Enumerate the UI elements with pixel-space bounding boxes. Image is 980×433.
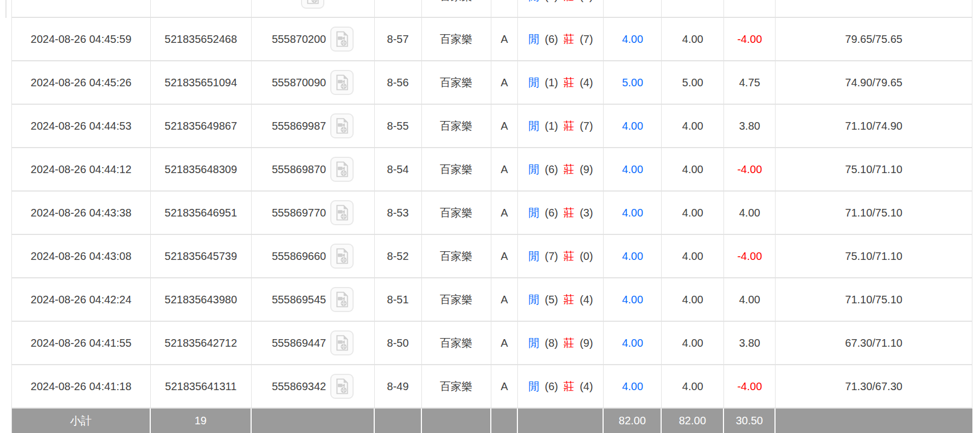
bet-id: 521835649867: [165, 120, 237, 132]
video-replay-button[interactable]: [330, 200, 354, 225]
player-score: (4): [544, 0, 558, 3]
bet-time-cell: 2024-08-26 04:41:18: [12, 365, 151, 407]
player-score: (1): [544, 120, 558, 132]
bet-history-page: 百家樂 閒(4) 莊(9) 2024-08-26 04:45:59 521835…: [0, 0, 980, 433]
bet-time: 2024-08-26 04:43:38: [31, 207, 132, 219]
bet-time: 2024-08-26 04:43:08: [31, 250, 132, 263]
game-result-cell: 閒(1) 莊(4): [518, 61, 604, 104]
bet-id: 521835642712: [165, 337, 237, 349]
table-body: 2024-08-26 04:45:59 521835652468 5558702…: [12, 18, 972, 409]
banker-score: (7): [579, 120, 593, 132]
balance-cell: 79.65/75.65: [776, 18, 972, 60]
bet-id-cell: 521835645739: [151, 235, 252, 277]
winloss-cell: 4.00: [724, 192, 776, 234]
winloss-value: -4.00: [737, 250, 762, 263]
bet-id-cell: 521835648309: [151, 148, 252, 190]
subtotal-label: 小計: [70, 413, 92, 428]
bet-id: 521835652468: [165, 33, 237, 46]
round-cell: 8-55: [375, 105, 422, 147]
table-letter-cell: [491, 0, 518, 17]
bet-time-cell: [12, 0, 151, 17]
game-id: 555869660: [272, 250, 326, 263]
game-name-cell: 百家樂: [422, 192, 491, 234]
round-cell: 8-53: [375, 192, 422, 234]
game-name-cell: 百家樂: [422, 278, 491, 321]
video-file-icon: [335, 248, 349, 264]
round-cell: 8-50: [375, 322, 422, 364]
bet-amount: 4.00: [622, 250, 643, 263]
banker-score: (9): [579, 163, 593, 176]
table-letter-cell: A: [491, 322, 518, 364]
banker-label: 莊: [563, 75, 575, 90]
bet-amount: 4.00: [622, 294, 643, 306]
bet-id: 521835646951: [165, 207, 237, 219]
winloss-cell: [724, 0, 776, 17]
game-id: 555870090: [272, 77, 326, 89]
outer-left-border: [5, 0, 7, 18]
table-letter-cell: A: [491, 105, 518, 147]
game-result-cell: 閒(1) 莊(7): [518, 105, 604, 147]
table-letter: A: [501, 120, 508, 132]
balance-cell: 71.10/75.10: [776, 192, 972, 234]
subtotal-bet-cell: 82.00: [604, 409, 662, 433]
banker-score: (4): [579, 380, 593, 393]
valid-amount: 4.00: [682, 163, 703, 176]
table-letter: A: [501, 33, 508, 46]
game-name-cell: 百家樂: [422, 148, 491, 190]
video-replay-button[interactable]: [330, 70, 354, 95]
bet-id: 521835651094: [165, 77, 237, 89]
game-name: 百家樂: [440, 292, 472, 307]
table-row: 2024-08-26 04:44:12 521835648309 5558698…: [12, 148, 972, 192]
valid-amount: 4.00: [682, 207, 703, 219]
player-label: 閒: [528, 0, 540, 4]
video-replay-button[interactable]: [330, 330, 354, 355]
video-replay-button[interactable]: [330, 27, 354, 52]
player-score: (6): [544, 33, 558, 46]
game-id: 555869987: [272, 120, 326, 132]
banker-label: 莊: [563, 119, 575, 133]
game-id-cell: 555869447: [252, 322, 375, 364]
banker-score: (0): [579, 250, 593, 263]
game-name: 百家樂: [440, 32, 472, 47]
table-letter-cell: A: [491, 148, 518, 190]
game-name-cell: 百家樂: [422, 0, 491, 17]
winloss-cell: 4.75: [724, 61, 776, 104]
player-label: 閒: [528, 379, 540, 394]
banker-label: 莊: [563, 206, 575, 220]
video-replay-button[interactable]: [330, 157, 354, 182]
video-file-icon: [335, 335, 349, 351]
table-letter-cell: A: [491, 61, 518, 104]
game-result-cell: 閒(5) 莊(4): [518, 278, 604, 321]
round-cell: 8-56: [375, 61, 422, 104]
valid-amount-cell: 4.00: [662, 365, 724, 407]
bet-amount-cell: [604, 0, 662, 17]
game-id-cell: 555869660: [252, 235, 375, 277]
video-replay-button[interactable]: [330, 113, 354, 138]
table-row: 2024-08-26 04:45:26 521835651094 5558700…: [12, 61, 972, 105]
bet-id: 521835645739: [165, 250, 237, 263]
table-letter: A: [501, 207, 508, 219]
video-replay-button[interactable]: [330, 374, 354, 399]
table-letter: A: [501, 163, 508, 176]
bet-amount-cell: 5.00: [604, 61, 662, 104]
table-row: 2024-08-26 04:44:53 521835649867 5558699…: [12, 105, 972, 148]
winloss-value: 4.00: [739, 294, 760, 306]
bet-amount: 4.00: [622, 120, 643, 132]
video-replay-button[interactable]: [330, 287, 354, 312]
winloss-cell: 4.00: [724, 278, 776, 321]
game-name-cell: 百家樂: [422, 18, 491, 60]
valid-amount: 4.00: [682, 294, 703, 306]
bet-amount: 4.00: [622, 380, 643, 393]
video-replay-button[interactable]: [301, 0, 324, 9]
banker-label: 莊: [563, 162, 575, 177]
winloss-value: -4.00: [737, 163, 762, 176]
balance-cell: 74.90/79.65: [776, 61, 972, 104]
video-replay-button[interactable]: [330, 244, 354, 269]
bet-id-cell: [151, 0, 252, 17]
bet-id-cell: 521835643980: [151, 278, 252, 321]
balance-cell: 75.10/71.10: [776, 235, 972, 277]
table-letter-cell: A: [491, 235, 518, 277]
bet-time-cell: 2024-08-26 04:43:38: [12, 192, 151, 234]
player-label: 閒: [528, 206, 540, 220]
balance-value: 79.65/75.65: [845, 33, 902, 46]
